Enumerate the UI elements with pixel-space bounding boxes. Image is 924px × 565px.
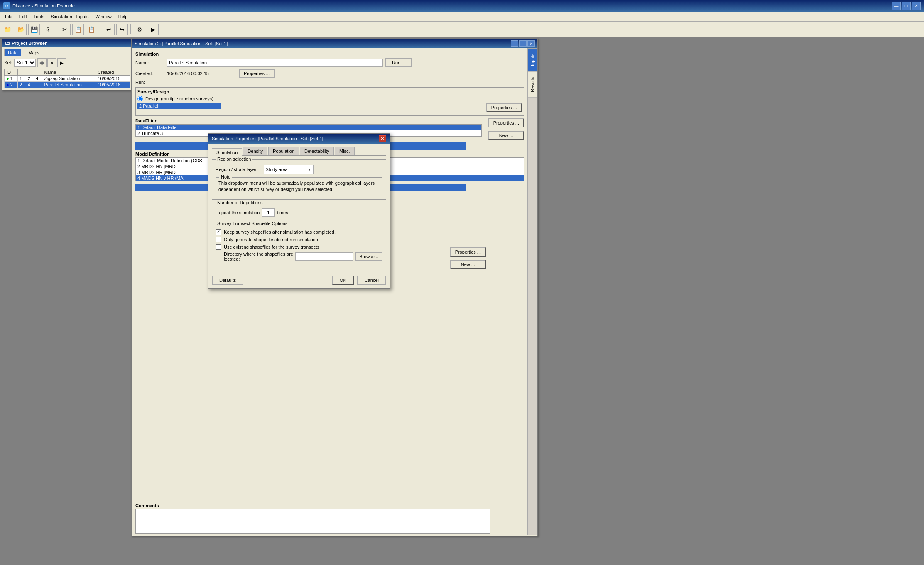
repetitions-group: Number of Repetitions Repeat the simulat… bbox=[212, 203, 386, 220]
shapefile-title: Survey Transect Shapefile Options bbox=[216, 221, 289, 226]
repeat-label: Repeat the simulation bbox=[216, 210, 260, 215]
title-bar-left: D Distance - Simulation Example bbox=[3, 2, 75, 9]
tab-detectability[interactable]: Detectability bbox=[300, 147, 334, 155]
shapefile-group: Survey Transect Shapefile Options Keep s… bbox=[212, 224, 386, 265]
menu-bar: File Edit Tools Simulation - Inputs Wind… bbox=[0, 12, 924, 22]
note-title: Note bbox=[219, 174, 232, 179]
title-bar-controls: — □ ✕ bbox=[892, 2, 921, 10]
toolbar-undo[interactable]: ↩ bbox=[103, 24, 115, 35]
checkbox-3[interactable] bbox=[216, 244, 221, 250]
defaults-button[interactable]: Defaults bbox=[212, 276, 243, 285]
tab-density[interactable]: Density bbox=[243, 147, 267, 155]
dialog-overlay: Simulation Properties: [Parallel Simulat… bbox=[0, 37, 924, 565]
toolbar-run[interactable]: ▶ bbox=[147, 24, 159, 35]
checkbox-row-2: Only generate shapefiles do not run simu… bbox=[216, 237, 382, 242]
ok-button[interactable]: OK bbox=[332, 276, 354, 285]
dropdown-arrow-icon: ▼ bbox=[308, 168, 311, 171]
dialog-body: Simulation Density Population Detectabil… bbox=[208, 144, 390, 272]
cancel-button[interactable]: Cancel bbox=[357, 276, 386, 285]
directory-row: Directory where the shapefiles are locat… bbox=[224, 252, 382, 262]
menu-file[interactable]: File bbox=[2, 13, 16, 20]
checkbox-2[interactable] bbox=[216, 237, 221, 242]
tab-population[interactable]: Population bbox=[268, 147, 299, 155]
close-button[interactable]: ✕ bbox=[912, 2, 921, 10]
checkbox-row-3: Use existing shapefiles for the survey t… bbox=[216, 244, 382, 250]
simulation-properties-dialog: Simulation Properties: [Parallel Simulat… bbox=[208, 133, 390, 289]
dialog-close-button[interactable]: ✕ bbox=[379, 135, 386, 142]
region-layer-row: Region / strata layer: Study area ▼ bbox=[216, 165, 382, 174]
toolbar-print[interactable]: 🖨 bbox=[42, 24, 53, 35]
menu-help[interactable]: Help bbox=[115, 13, 131, 20]
toolbar-redo[interactable]: ↪ bbox=[116, 24, 128, 35]
checkbox-row-1: Keep survey shapefiles after simulation … bbox=[216, 229, 382, 235]
menu-edit[interactable]: Edit bbox=[16, 13, 30, 20]
region-selection-group: Region selection Region / strata layer: … bbox=[212, 159, 386, 200]
app-title: Distance - Simulation Example bbox=[12, 3, 75, 8]
note-text: This dropdown menu will be automatically… bbox=[218, 180, 380, 193]
region-selection-title: Region selection bbox=[216, 157, 252, 161]
shapefile-options: Keep survey shapefiles after simulation … bbox=[216, 229, 382, 262]
checkbox-1[interactable] bbox=[216, 229, 221, 235]
checkbox-2-label: Only generate shapefiles do not run simu… bbox=[224, 237, 318, 242]
app-icon: D bbox=[3, 2, 10, 9]
region-layer-label: Region / strata layer: bbox=[216, 167, 258, 172]
toolbar-settings[interactable]: ⚙ bbox=[134, 24, 145, 35]
toolbar-cut[interactable]: ✂ bbox=[59, 24, 71, 35]
dialog-tab-bar: Simulation Density Population Detectabil… bbox=[212, 147, 386, 156]
repetitions-title: Number of Repetitions bbox=[216, 200, 264, 205]
repetitions-row: Repeat the simulation times bbox=[216, 208, 382, 217]
footer-right-buttons: OK Cancel bbox=[332, 276, 386, 285]
region-layer-dropdown[interactable]: Study area ▼ bbox=[264, 165, 314, 174]
toolbar-copy[interactable]: 📋 bbox=[72, 24, 84, 35]
dialog-title-text: Simulation Properties: [Parallel Simulat… bbox=[212, 136, 323, 141]
menu-tools[interactable]: Tools bbox=[30, 13, 48, 20]
workspace: 🗂 Project Browser Data Maps Set: Set 1 ➕… bbox=[0, 37, 924, 565]
toolbar-save[interactable]: 💾 bbox=[28, 24, 40, 35]
times-label: times bbox=[277, 210, 288, 215]
menu-simulation-inputs[interactable]: Simulation - Inputs bbox=[47, 13, 92, 20]
dialog-footer: Defaults OK Cancel bbox=[208, 272, 390, 288]
tab-simulation[interactable]: Simulation bbox=[212, 148, 242, 156]
browse-button[interactable]: Browse... bbox=[355, 252, 382, 261]
toolbar-paste[interactable]: 📋 bbox=[86, 24, 97, 35]
toolbar: 📁 📂 💾 🖨 ✂ 📋 📋 ↩ ↪ ⚙ ▶ bbox=[0, 22, 924, 37]
dialog-title-bar: Simulation Properties: [Parallel Simulat… bbox=[208, 134, 390, 144]
checkbox-1-label: Keep survey shapefiles after simulation … bbox=[224, 230, 336, 235]
menu-window[interactable]: Window bbox=[92, 13, 115, 20]
minimize-button[interactable]: — bbox=[892, 2, 901, 10]
title-bar: D Distance - Simulation Example — □ ✕ bbox=[0, 0, 924, 12]
toolbar-open[interactable]: 📂 bbox=[15, 24, 27, 35]
note-box: Note This dropdown menu will be automati… bbox=[216, 177, 382, 196]
maximize-button[interactable]: □ bbox=[902, 2, 911, 10]
dir-label: Directory where the shapefiles are locat… bbox=[224, 252, 294, 262]
dir-input[interactable] bbox=[295, 252, 353, 261]
region-layer-value: Study area bbox=[266, 167, 288, 172]
region-field-row: Region / strata layer: Study area ▼ bbox=[216, 165, 382, 174]
repeat-input[interactable] bbox=[262, 208, 275, 217]
checkbox-3-label: Use existing shapefiles for the survey t… bbox=[224, 245, 319, 249]
toolbar-new[interactable]: 📁 bbox=[2, 24, 13, 35]
tab-misc[interactable]: Misc. bbox=[335, 147, 355, 155]
